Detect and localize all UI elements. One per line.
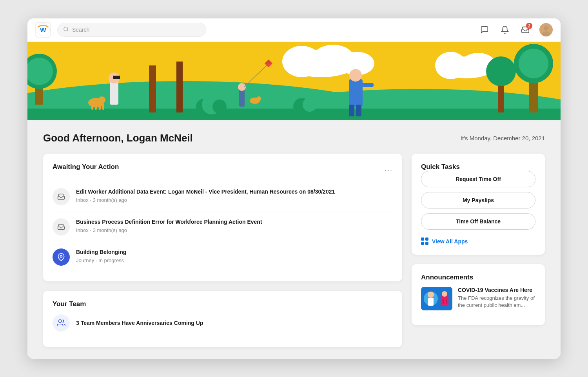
svg-rect-10 — [27, 109, 561, 120]
announcement-content: COVID-19 Vaccines Are Here The FDA recog… — [458, 287, 535, 310]
your-team-title: Your Team — [53, 300, 86, 308]
action-meta: Inbox · 3 month(s) ago — [76, 197, 393, 203]
svg-point-55 — [59, 319, 62, 322]
svg-point-4 — [544, 26, 548, 31]
svg-rect-44 — [349, 79, 363, 107]
svg-point-25 — [519, 49, 548, 78]
request-time-off-button[interactable]: Request Time Off — [421, 171, 535, 187]
time-off-balance-button[interactable]: Time Off Balance — [421, 213, 535, 230]
quick-tasks-card: Quick Tasks Request Time Off My Payslips… — [412, 154, 545, 255]
svg-rect-63 — [446, 299, 447, 304]
svg-rect-34 — [95, 104, 97, 110]
svg-rect-36 — [102, 104, 104, 110]
svg-text:w: w — [40, 25, 46, 34]
action-item[interactable]: Business Process Definition Error for Wo… — [53, 212, 393, 242]
right-column: Quick Tasks Request Time Off My Payslips… — [412, 154, 545, 347]
workday-logo[interactable]: w — [35, 22, 51, 38]
messages-button[interactable] — [478, 24, 491, 36]
announcement-item[interactable]: COVID-19 Vaccines Are Here The FDA recog… — [421, 281, 535, 316]
hero-banner — [27, 42, 561, 120]
svg-rect-47 — [349, 105, 354, 116]
action-icon-inbox-2 — [53, 218, 70, 236]
action-details-2: Business Process Definition Error for Wo… — [76, 218, 393, 234]
my-payslips-button[interactable]: My Payslips — [421, 192, 535, 208]
action-title: Edit Worker Additional Data Event: Logan… — [76, 188, 393, 196]
avatar[interactable] — [539, 23, 553, 36]
svg-point-45 — [349, 69, 362, 82]
announcements-title: Announcements — [421, 274, 473, 281]
svg-point-32 — [98, 96, 105, 103]
svg-rect-22 — [176, 62, 183, 112]
action-icon-inbox — [53, 188, 70, 205]
svg-rect-59 — [428, 298, 434, 306]
svg-rect-37 — [239, 89, 245, 107]
awaiting-action-title: Awaiting Your Action — [53, 163, 119, 171]
topnav: w Search — [27, 18, 561, 42]
action-title-2: Business Process Definition Error for Wo… — [76, 218, 393, 226]
action-title-3: Building Belonging — [76, 248, 393, 256]
svg-rect-21 — [149, 65, 156, 112]
svg-rect-62 — [443, 299, 444, 304]
view-all-apps-button[interactable]: View All Apps — [421, 237, 535, 245]
date-text: It's Monday, December 20, 2021 — [461, 135, 545, 141]
inbox-badge: 2 — [526, 23, 532, 29]
team-item[interactable]: 3 Team Members Have Anniversaries Coming… — [53, 308, 393, 338]
main-content: Good Afternoon, Logan McNeil It's Monday… — [27, 120, 561, 359]
awaiting-action-card: Awaiting Your Action ··· Edit Worker — [43, 154, 402, 281]
action-details-3: Building Belonging Journey · In progress — [76, 248, 393, 264]
svg-rect-33 — [91, 104, 93, 110]
svg-point-54 — [60, 255, 62, 257]
action-details: Edit Worker Additional Data Event: Logan… — [76, 188, 393, 203]
action-item[interactable]: Edit Worker Additional Data Event: Logan… — [53, 182, 393, 212]
svg-point-61 — [442, 291, 447, 297]
action-meta-3: Journey · In progress — [76, 257, 393, 263]
action-meta-2: Inbox · 3 month(s) ago — [76, 227, 393, 233]
svg-point-53 — [303, 98, 317, 112]
greeting-row: Good Afternoon, Logan McNeil It's Monday… — [43, 132, 545, 144]
svg-rect-48 — [356, 105, 361, 116]
content-grid: Awaiting Your Action ··· Edit Worker — [43, 154, 545, 347]
announcement-image — [421, 287, 452, 310]
nav-icons: 2 — [478, 23, 553, 36]
svg-point-58 — [428, 292, 434, 298]
svg-point-27 — [486, 56, 516, 86]
notifications-button[interactable] — [499, 24, 511, 36]
svg-rect-30 — [113, 76, 120, 79]
your-team-card: Your Team 3 Team Members Have Anniversar… — [43, 291, 402, 347]
greeting-text: Good Afternoon, Logan McNeil — [43, 132, 193, 144]
team-icon — [53, 314, 70, 332]
action-icon-location — [53, 248, 70, 266]
apps-grid-icon — [421, 237, 429, 245]
card-menu-button[interactable]: ··· — [385, 166, 393, 174]
svg-rect-35 — [99, 104, 101, 110]
svg-point-40 — [256, 96, 261, 101]
svg-point-51 — [212, 100, 227, 114]
announcement-body: The FDA recognizes the gravity of the cu… — [458, 295, 535, 309]
quick-tasks-title: Quick Tasks — [421, 163, 460, 170]
search-icon — [63, 26, 69, 34]
left-column: Awaiting Your Action ··· Edit Worker — [43, 154, 402, 347]
view-all-apps-label: View All Apps — [432, 238, 468, 245]
search-bar[interactable]: Search — [57, 23, 206, 37]
announcements-card: Announcements — [412, 264, 545, 325]
app-window: w Search — [27, 18, 561, 359]
svg-rect-46 — [362, 83, 374, 87]
team-item-text: 3 Team Members Have Anniversaries Coming… — [76, 320, 203, 326]
svg-rect-28 — [110, 81, 118, 105]
svg-point-2 — [64, 27, 68, 31]
action-item-journey[interactable]: Building Belonging Journey · In progress — [53, 242, 393, 272]
announcement-title: COVID-19 Vaccines Are Here — [458, 287, 535, 293]
search-placeholder: Search — [72, 27, 89, 33]
inbox-button[interactable]: 2 — [519, 24, 532, 36]
